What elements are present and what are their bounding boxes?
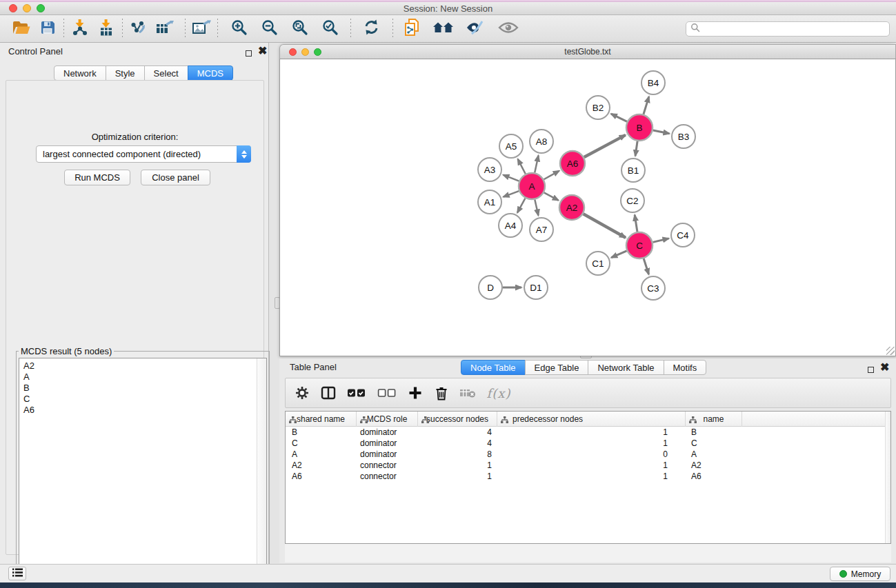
node-B3[interactable]: B3: [672, 125, 695, 148]
node-C2[interactable]: C2: [621, 189, 644, 212]
edge-A2-C[interactable]: [584, 214, 626, 237]
edge-A-A3[interactable]: [504, 175, 519, 181]
refresh-button[interactable]: [358, 17, 384, 41]
export-network-button[interactable]: [126, 17, 152, 41]
tab-network-table[interactable]: Network Table: [588, 360, 664, 375]
network-zoom-traffic-light[interactable]: [314, 48, 321, 56]
mcds-list-scrollbar[interactable]: [257, 358, 266, 581]
search-field[interactable]: [686, 21, 890, 37]
criterion-dropdown[interactable]: largest connected component (directed): [36, 145, 251, 163]
zoom-in-button[interactable]: [226, 17, 252, 41]
select-all-icon[interactable]: [346, 385, 367, 401]
node-A2[interactable]: A2: [559, 195, 584, 220]
node-B1[interactable]: B1: [621, 159, 645, 182]
close-panel-icon[interactable]: ✖: [258, 47, 267, 55]
table-scrollbar[interactable]: [885, 412, 890, 543]
edge-C-C1[interactable]: [611, 251, 626, 258]
minimize-traffic-light[interactable]: [23, 4, 31, 12]
close-traffic-light[interactable]: [9, 4, 17, 12]
edge-A-A6[interactable]: [544, 171, 559, 179]
open-session-button[interactable]: [8, 17, 34, 41]
zoom-traffic-light[interactable]: [37, 4, 45, 12]
delete-icon[interactable]: [433, 385, 450, 401]
node-A8[interactable]: A8: [530, 130, 553, 153]
column-header[interactable]: name: [686, 412, 742, 427]
search-input[interactable]: [700, 23, 889, 35]
mcds-result-item[interactable]: C: [19, 393, 256, 404]
mcds-result-item[interactable]: A6: [19, 404, 256, 415]
edge-C-C4[interactable]: [653, 239, 668, 243]
mcds-result-item[interactable]: B: [19, 382, 256, 393]
tab-node-table[interactable]: Node Table: [461, 360, 526, 375]
edge-A-A7[interactable]: [535, 200, 538, 216]
float-panel-icon[interactable]: [246, 47, 252, 59]
save-session-button[interactable]: [34, 17, 61, 41]
column-header[interactable]: MCDS role: [357, 412, 418, 427]
network-close-traffic-light[interactable]: [289, 48, 297, 56]
edge-B-B3[interactable]: [653, 130, 670, 134]
window-resize-grip[interactable]: [886, 347, 895, 355]
run-mcds-button[interactable]: Run MCDS: [64, 170, 130, 185]
import-table-button[interactable]: [93, 17, 119, 41]
edge-A-A5[interactable]: [518, 159, 526, 174]
table-close-panel-icon[interactable]: ✖: [880, 363, 889, 372]
export-table-button[interactable]: [152, 17, 178, 41]
node-A4[interactable]: A4: [499, 214, 522, 237]
node-C[interactable]: C: [626, 232, 653, 258]
show-hide-button[interactable]: [495, 17, 521, 41]
home-button[interactable]: [430, 17, 457, 41]
column-split-icon[interactable]: [320, 385, 337, 401]
edge-A-A1[interactable]: [504, 191, 519, 197]
tab-network[interactable]: Network: [54, 65, 106, 81]
add-icon[interactable]: [407, 385, 424, 401]
node-A[interactable]: A: [519, 173, 545, 199]
node-A3[interactable]: A3: [478, 158, 501, 181]
network-graph[interactable]: B4B2BB3A8A5A6A3B1AC2A1A2A4A7C4CC1C3DD1: [280, 59, 895, 356]
node-C3[interactable]: C3: [641, 276, 665, 300]
table-row[interactable]: A6connector11A6: [286, 471, 890, 482]
tab-motifs[interactable]: Motifs: [664, 360, 707, 375]
column-header[interactable]: predecessor nodes: [497, 412, 686, 427]
table-row[interactable]: Cdominator41C: [286, 438, 890, 449]
mcds-result-list[interactable]: A2ABCA6: [19, 358, 267, 582]
app-titlebar[interactable]: Session: New Session: [0, 2, 896, 15]
node-A5[interactable]: A5: [499, 134, 523, 158]
network-minimize-traffic-light[interactable]: [301, 48, 309, 56]
mcds-result-item[interactable]: A2: [19, 360, 256, 371]
deselect-all-icon[interactable]: [377, 385, 397, 401]
table-row[interactable]: Adominator80A: [286, 449, 890, 460]
node-B4[interactable]: B4: [641, 71, 665, 94]
edge-A-A2[interactable]: [544, 192, 559, 200]
mcds-result-item[interactable]: A: [19, 371, 256, 382]
column-header[interactable]: shared name: [286, 412, 357, 427]
hide-details-button[interactable]: [462, 17, 488, 41]
tab-style[interactable]: Style: [106, 65, 145, 81]
edge-B-B1[interactable]: [635, 141, 637, 156]
task-history-button[interactable]: [8, 567, 26, 580]
memory-button[interactable]: Memory: [830, 567, 890, 581]
node-C4[interactable]: C4: [671, 223, 695, 247]
network-window-titlebar[interactable]: testGlobe.txt: [279, 44, 896, 59]
copy-network-button[interactable]: [399, 17, 425, 41]
network-canvas[interactable]: B4B2BB3A8A5A6A3B1AC2A1A2A4A7C4CC1C3DD1: [279, 59, 896, 356]
column-header[interactable]: successor nodes: [418, 412, 497, 427]
table-float-panel-icon[interactable]: [868, 363, 874, 376]
node-A1[interactable]: A1: [478, 190, 501, 214]
edge-B-B2[interactable]: [611, 114, 627, 121]
node-B[interactable]: B: [626, 114, 653, 141]
node-C1[interactable]: C1: [586, 252, 610, 275]
edge-B-B4[interactable]: [644, 97, 649, 114]
edge-C-C3[interactable]: [644, 258, 648, 274]
node-D1[interactable]: D1: [524, 276, 548, 299]
export-image-button[interactable]: [188, 17, 215, 41]
node-table[interactable]: shared nameMCDS rolesuccessor nodesprede…: [285, 411, 891, 544]
tab-mcds[interactable]: MCDS: [188, 65, 233, 81]
close-panel-button[interactable]: Close panel: [141, 170, 210, 185]
zoom-out-button[interactable]: [257, 17, 283, 41]
edge-C-C2[interactable]: [635, 215, 637, 232]
table-row[interactable]: A2connector11A2: [286, 460, 890, 471]
node-A6[interactable]: A6: [560, 151, 585, 176]
edge-A-A8[interactable]: [535, 156, 538, 173]
node-A7[interactable]: A7: [530, 218, 553, 241]
node-B2[interactable]: B2: [586, 96, 610, 119]
